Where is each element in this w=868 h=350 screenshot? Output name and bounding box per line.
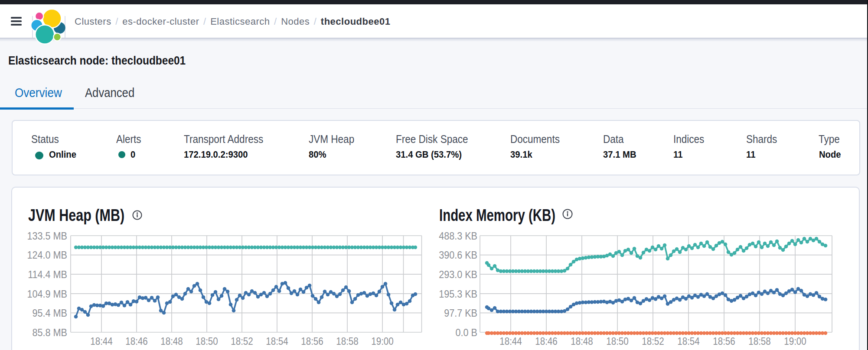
svg-text:18:44: 18:44 xyxy=(499,336,522,347)
svg-text:18:52: 18:52 xyxy=(231,336,253,347)
svg-text:18:56: 18:56 xyxy=(301,336,323,347)
svg-text:18:48: 18:48 xyxy=(571,336,593,347)
svg-text:133.5 MB: 133.5 MB xyxy=(27,230,67,242)
svg-text:18:48: 18:48 xyxy=(160,336,183,347)
svg-text:0.0 B: 0.0 B xyxy=(456,327,477,338)
svg-text:18:54: 18:54 xyxy=(677,336,700,347)
svg-text:104.9 MB: 104.9 MB xyxy=(27,288,67,299)
svg-text:195.3 KB: 195.3 KB xyxy=(439,288,477,299)
svg-text:293.0 KB: 293.0 KB xyxy=(439,269,477,280)
svg-text:124.0 MB: 124.0 MB xyxy=(27,249,67,261)
svg-text:18:46: 18:46 xyxy=(125,336,148,347)
svg-text:19:00: 19:00 xyxy=(784,336,806,347)
svg-text:114.4 MB: 114.4 MB xyxy=(28,269,67,280)
svg-text:18:50: 18:50 xyxy=(606,336,629,347)
svg-text:18:58: 18:58 xyxy=(336,336,359,347)
svg-text:18:50: 18:50 xyxy=(196,336,218,347)
svg-text:18:46: 18:46 xyxy=(535,336,558,347)
svg-text:18:54: 18:54 xyxy=(266,336,288,347)
svg-text:18:58: 18:58 xyxy=(748,336,771,347)
svg-text:18:44: 18:44 xyxy=(90,336,113,347)
svg-text:390.6 KB: 390.6 KB xyxy=(439,249,477,261)
svg-text:18:56: 18:56 xyxy=(713,336,735,347)
svg-text:95.4 MB: 95.4 MB xyxy=(33,307,67,319)
svg-text:19:00: 19:00 xyxy=(371,336,394,347)
svg-text:18:52: 18:52 xyxy=(642,336,664,347)
svg-text:85.8 MB: 85.8 MB xyxy=(33,327,67,338)
svg-text:97.7 KB: 97.7 KB xyxy=(444,307,477,319)
svg-text:488.3 KB: 488.3 KB xyxy=(439,230,477,242)
